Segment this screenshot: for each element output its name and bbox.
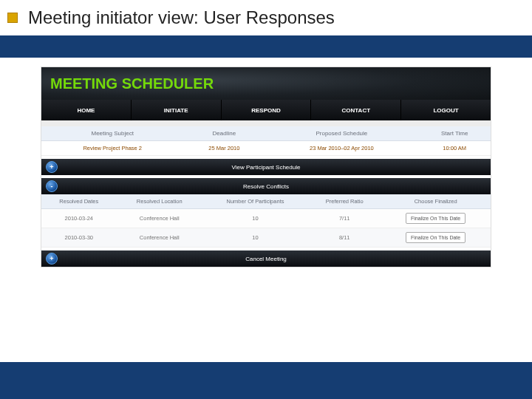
col-preferred-ratio: Preferred Ratio [308, 194, 381, 209]
accent-band [0, 35, 532, 58]
resolve-conflicts-bar[interactable]: - Resolve Conflicts [41, 178, 491, 194]
nav-contact[interactable]: CONTACT [311, 100, 401, 120]
col-resolved-location: Resolved Location [117, 194, 202, 209]
col-choose-finalized: Choose Finalized [381, 194, 491, 209]
cell-ratio: 7/11 [308, 209, 381, 228]
nav-logout[interactable]: LOGOUT [401, 100, 491, 120]
table-row: Review Project Phase 2 25 Mar 2010 23 Ma… [41, 141, 491, 156]
col-num-participants: Number Of Participants [202, 194, 308, 209]
col-subject: Meeting Subject [41, 126, 183, 141]
app-header: MEETING SCHEDULER [41, 67, 491, 100]
spacer [41, 120, 491, 126]
cancel-meeting-bar[interactable]: + Cancel Meeting [41, 250, 491, 267]
cancel-meeting-label: Cancel Meeting [245, 256, 287, 262]
col-deadline: Deadline [183, 126, 265, 141]
slide-title-band: Meeting initiator view: User Responses [0, 0, 532, 35]
view-participant-schedule-bar[interactable]: + View Participant Schedule [41, 159, 491, 175]
table-row: 2010-03-24 Conference Hall 10 7/11 Final… [41, 209, 491, 228]
cell-location: Conference Hall [117, 228, 202, 248]
col-start: Start Time [418, 126, 491, 141]
cell-date: 2010-03-24 [41, 209, 117, 228]
cell-deadline: 25 Mar 2010 [183, 141, 265, 156]
plus-icon: + [46, 253, 58, 265]
resolve-conflicts-label: Resolve Conflicts [243, 183, 289, 190]
cell-participants: 10 [202, 228, 308, 248]
col-proposed: Proposed Schedule [265, 126, 418, 141]
cell-subject: Review Project Phase 2 [41, 141, 183, 156]
table-row: 2010-03-30 Conference Hall 10 8/11 Final… [41, 228, 491, 248]
cell-participants: 10 [202, 209, 308, 228]
cell-date: 2010-03-30 [41, 228, 117, 248]
col-resolved-dates: Resolved Dates [41, 194, 117, 209]
plus-icon: + [46, 161, 58, 173]
brand-logo: MEETING SCHEDULER [50, 75, 214, 92]
minus-icon: - [46, 180, 58, 192]
nav-initiate[interactable]: INITIATE [132, 100, 222, 120]
screenshot-panel: MEETING SCHEDULER HOME INITIATE RESPOND … [41, 66, 491, 267]
cell-proposed: 23 Mar 2010–02 Apr 2010 [265, 141, 418, 156]
finalize-button[interactable]: Finalize On This Date [406, 232, 466, 243]
cell-start: 10:00 AM [418, 141, 491, 156]
slide-title: Meeting initiator view: User Responses [28, 7, 335, 28]
finalize-button[interactable]: Finalize On This Date [406, 213, 466, 224]
cell-action: Finalize On This Date [381, 228, 491, 248]
nav-respond[interactable]: RESPOND [222, 100, 312, 120]
view-participant-schedule-label: View Participant Schedule [232, 164, 301, 171]
resolve-conflicts-table: Resolved Dates Resolved Location Number … [41, 194, 491, 248]
cell-ratio: 8/11 [308, 228, 381, 248]
cell-location: Conference Hall [117, 209, 202, 228]
meeting-summary-table: Meeting Subject Deadline Proposed Schedu… [41, 126, 491, 156]
footer-band [0, 362, 532, 399]
nav-home[interactable]: HOME [41, 100, 132, 120]
cell-action: Finalize On This Date [381, 209, 491, 228]
bullet-square-icon [7, 13, 18, 23]
main-nav: HOME INITIATE RESPOND CONTACT LOGOUT [41, 100, 491, 120]
